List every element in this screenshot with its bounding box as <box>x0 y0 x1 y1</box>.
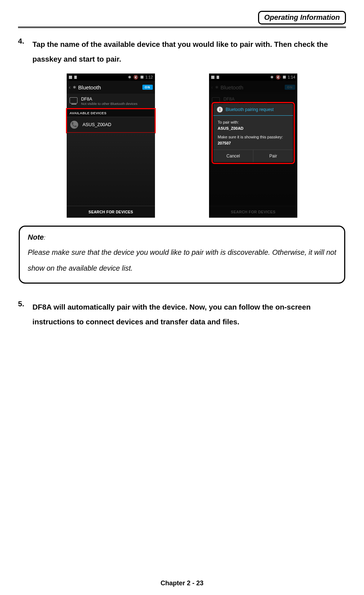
signal-icon <box>283 76 286 79</box>
pair-button[interactable]: Pair <box>253 150 293 162</box>
phone-screenshot-left: ✱ 🔇 1:12 ‹ ✱ Bluetooth ON DF8A Not visib… <box>67 74 155 218</box>
own-device-name: DF8A <box>81 97 137 102</box>
back-icon[interactable]: ‹ <box>69 84 71 90</box>
step-5-number: 5. <box>18 299 32 329</box>
mute-icon: 🔇 <box>133 75 138 80</box>
available-devices-label: AVAILABLE DEVICES <box>67 109 155 117</box>
pair-target: ASUS_Z00AD <box>218 125 289 132</box>
sd-icon <box>217 76 219 79</box>
clock: 1:14 <box>288 75 295 79</box>
note-colon: : <box>44 235 45 241</box>
search-for-devices-button[interactable]: SEARCH FOR DEVICES <box>67 206 155 218</box>
highlight-available: AVAILABLE DEVICES 📞 ASUS_Z00AD <box>67 109 155 133</box>
bluetooth-icon: ✱ <box>128 75 131 79</box>
status-bar: ✱ 🔇 1:12 <box>67 74 155 81</box>
sd-icon <box>74 76 77 79</box>
header-rule <box>18 27 346 28</box>
dialog-title: Bluetooth pairing request <box>226 107 274 112</box>
title-bar[interactable]: ‹ ✱ Bluetooth ON <box>67 81 155 94</box>
step-5-text: DF8A will automatically pair with the de… <box>32 299 346 329</box>
own-device-subtext: Not visible to other Bluetooth devices <box>81 102 137 106</box>
laptop-icon <box>70 97 77 103</box>
info-icon: i <box>217 107 223 112</box>
note-box: Note: Please make sure that the device y… <box>19 226 345 284</box>
header-tag: Operating Information <box>258 11 346 25</box>
passkey-label: Make sure it is showing this passkey: <box>218 134 289 140</box>
phone-screenshot-right: ✱ 🔇 1:14 ‹ ✱ Bluetooth ON DF8A Not visib… <box>209 74 297 218</box>
empty-area <box>67 133 155 206</box>
status-bar: ✱ 🔇 1:14 <box>209 74 297 81</box>
screenshots-row: ✱ 🔇 1:12 ‹ ✱ Bluetooth ON DF8A Not visib… <box>18 74 346 218</box>
pair-with-label: To pair with: <box>218 119 289 125</box>
clock: 1:12 <box>146 75 153 79</box>
bluetooth-toggle[interactable]: ON <box>142 85 153 90</box>
note-body: Please make sure that the device you wou… <box>28 244 336 276</box>
dialog-body: To pair with: ASUS_Z00AD Make sure it is… <box>213 116 293 150</box>
available-device-row[interactable]: 📞 ASUS_Z00AD <box>67 117 155 133</box>
step-4-number: 4. <box>18 37 32 66</box>
dialog-title-row: i Bluetooth pairing request <box>213 104 293 116</box>
screenshot-icon <box>211 76 214 79</box>
pairing-dialog: i Bluetooth pairing request To pair with… <box>213 104 293 162</box>
phone-icon: 📞 <box>70 121 78 129</box>
own-device-row[interactable]: DF8A Not visible to other Bluetooth devi… <box>67 94 155 109</box>
step-4-text: Tap the name of the available device tha… <box>32 37 346 66</box>
signal-icon <box>141 76 143 79</box>
cancel-button[interactable]: Cancel <box>213 150 253 162</box>
available-device-name: ASUS_Z00AD <box>83 122 111 127</box>
mute-icon: 🔇 <box>276 75 281 80</box>
bluetooth-logo-icon: ✱ <box>73 85 76 90</box>
screen-title: Bluetooth <box>78 84 140 90</box>
note-title: Note <box>28 233 44 241</box>
passkey-value: 207507 <box>218 140 289 146</box>
screenshot-icon <box>69 76 72 79</box>
bluetooth-icon: ✱ <box>270 75 274 79</box>
page-footer: Chapter 2 - 23 <box>0 580 364 587</box>
